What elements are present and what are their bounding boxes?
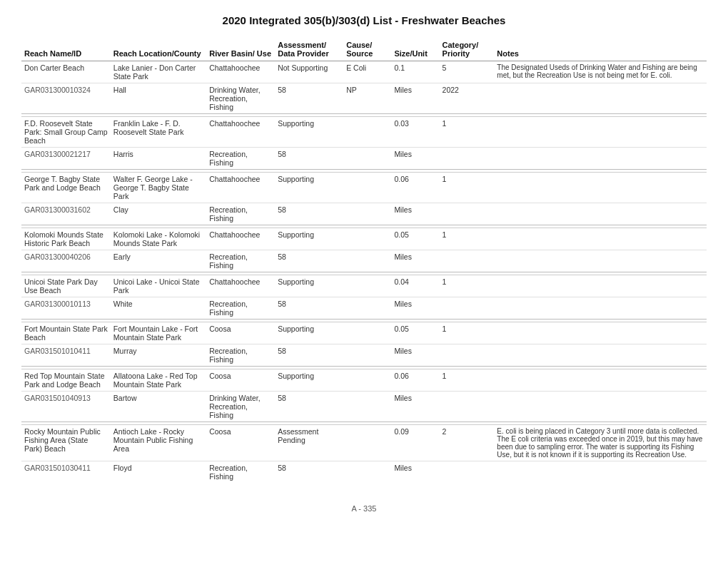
reach-name: Fort Mountain State Park Beach	[21, 322, 111, 344]
river-basin: Chattahoochee	[206, 61, 275, 83]
river-basin: Recreation, Fishing	[206, 203, 275, 225]
table-row: GAR031501040913 Bartow Drinking Water, R…	[21, 392, 707, 422]
header-notes: Notes	[494, 38, 707, 61]
river-basin: Chattahoochee	[206, 173, 275, 203]
notes	[494, 297, 707, 320]
cause: E Coli	[343, 61, 391, 83]
table-row: GAR031501030411 Floyd Recreation, Fishin…	[21, 461, 707, 484]
assessment: 58	[275, 461, 343, 484]
reach-location: Unicoi Lake - Unicoi State Park	[111, 275, 206, 297]
river-basin: Coosa	[206, 425, 275, 461]
notes	[494, 275, 707, 297]
river-basin: Recreation, Fishing	[206, 148, 275, 170]
assessment: Supporting	[275, 275, 343, 297]
category	[440, 344, 495, 367]
reach-location: Fort Mountain Lake - Fort Mountain State…	[111, 322, 206, 344]
assessment: Assessment Pending	[275, 425, 343, 461]
category: 1	[440, 117, 495, 148]
assessment: Supporting	[275, 117, 343, 148]
cause	[343, 461, 391, 484]
river-basin: Chattahoochee	[206, 228, 275, 250]
header-basin: River Basin/ Use	[206, 38, 275, 61]
river-basin: Chattahoochee	[206, 275, 275, 297]
notes	[494, 203, 707, 225]
size: Miles	[391, 344, 439, 367]
assessment: Supporting	[275, 322, 343, 344]
category	[440, 297, 495, 320]
category: 1	[440, 322, 495, 344]
reach-id: GAR031300010113	[21, 297, 111, 320]
notes	[494, 369, 707, 392]
assessment: 58	[275, 344, 343, 367]
table-row: GAR031300010324 Hall Drinking Water, Rec…	[21, 83, 707, 114]
cause	[343, 173, 391, 203]
size: 0.09	[391, 425, 439, 461]
cause	[343, 275, 391, 297]
header-assessment: Assessment/ Data Provider	[275, 38, 343, 61]
table-row: GAR031300040206 Early Recreation, Fishin…	[21, 250, 707, 272]
reach-name: F.D. Roosevelt State Park: Small Group C…	[21, 117, 111, 148]
assessment: 58	[275, 203, 343, 225]
notes	[494, 344, 707, 367]
reach-id: GAR031300031602	[21, 203, 111, 225]
river-basin: Coosa	[206, 322, 275, 344]
category	[440, 250, 495, 272]
river-basin: Drinking Water, Recreation, Fishing	[206, 83, 275, 114]
river-basin: Recreation, Fishing	[206, 344, 275, 367]
assessment: 58	[275, 148, 343, 170]
reach-location: Early	[111, 250, 206, 272]
reach-name: Unicoi State Park Day Use Beach	[21, 275, 111, 297]
table-row: GAR031300021217 Harris Recreation, Fishi…	[21, 148, 707, 170]
reach-location: White	[111, 297, 206, 320]
reach-location: Walter F. George Lake - George T. Bagby …	[111, 173, 206, 203]
size: Miles	[391, 461, 439, 484]
category	[440, 461, 495, 484]
size: 0.06	[391, 369, 439, 392]
cause	[343, 117, 391, 148]
size: Miles	[391, 392, 439, 422]
table-row: Red Top Mountain State Park and Lodge Be…	[21, 369, 707, 392]
reach-id: GAR031300021217	[21, 148, 111, 170]
assessment: 58	[275, 297, 343, 320]
category: 5	[440, 61, 495, 83]
assessment: Supporting	[275, 369, 343, 392]
reach-location: Bartow	[111, 392, 206, 422]
reach-location: Allatoona Lake - Red Top Mountain State …	[111, 369, 206, 392]
cause	[343, 344, 391, 367]
table-row: George T. Bagby State Park and Lodge Bea…	[21, 173, 707, 203]
assessment: 58	[275, 392, 343, 422]
reach-location: Lake Lanier - Don Carter State Park	[111, 61, 206, 83]
size: 0.04	[391, 275, 439, 297]
size: 0.1	[391, 61, 439, 83]
header-reach-name: Reach Name/ID	[21, 38, 111, 61]
cause	[343, 297, 391, 320]
category: 1	[440, 369, 495, 392]
assessment: Supporting	[275, 173, 343, 203]
notes	[494, 322, 707, 344]
cause	[343, 250, 391, 272]
cause	[343, 369, 391, 392]
cause	[343, 392, 391, 422]
category: 1	[440, 228, 495, 250]
notes	[494, 461, 707, 484]
size: 0.03	[391, 117, 439, 148]
size: 0.05	[391, 322, 439, 344]
cause	[343, 228, 391, 250]
page-title: 2020 Integrated 305(b)/303(d) List - Fre…	[21, 14, 707, 26]
size: Miles	[391, 83, 439, 114]
river-basin: Recreation, Fishing	[206, 461, 275, 484]
notes	[494, 148, 707, 170]
reach-id: GAR031501040913	[21, 392, 111, 422]
reach-location: Murray	[111, 344, 206, 367]
notes	[494, 117, 707, 148]
header-location: Reach Location/County	[111, 38, 206, 61]
reach-id: GAR031300040206	[21, 250, 111, 272]
reach-location: Kolomoki Lake - Kolomoki Mounds State Pa…	[111, 228, 206, 250]
notes	[494, 228, 707, 250]
table-row: Fort Mountain State Park Beach Fort Moun…	[21, 322, 707, 344]
size: 0.06	[391, 173, 439, 203]
page-footer: A - 335	[21, 504, 707, 513]
river-basin: Chattahoochee	[206, 117, 275, 148]
category: 1	[440, 275, 495, 297]
table-row: Kolomoki Mounds State Historic Park Beac…	[21, 228, 707, 250]
